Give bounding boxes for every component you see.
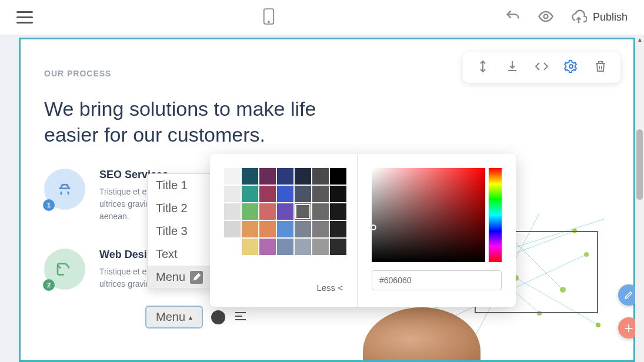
move-vertical-icon[interactable] bbox=[476, 59, 490, 76]
color-swatch[interactable] bbox=[330, 203, 346, 220]
color-swatch[interactable] bbox=[295, 168, 311, 185]
code-icon[interactable] bbox=[535, 59, 549, 76]
text-style-option[interactable]: Title 3 bbox=[148, 220, 211, 243]
color-swatch[interactable] bbox=[277, 239, 293, 255]
color-swatch[interactable] bbox=[242, 186, 258, 202]
scroll-thumb[interactable] bbox=[636, 129, 643, 200]
swatch-grid bbox=[224, 168, 343, 255]
hex-input[interactable] bbox=[372, 270, 502, 290]
color-swatch[interactable] bbox=[259, 203, 276, 220]
hue-slider[interactable] bbox=[489, 168, 502, 262]
format-menu-button[interactable]: Menu ▴ bbox=[145, 306, 203, 329]
color-swatch[interactable] bbox=[224, 168, 241, 185]
color-swatch[interactable] bbox=[242, 203, 258, 220]
text-style-option[interactable]: Text bbox=[148, 243, 211, 266]
color-swatch[interactable] bbox=[277, 203, 293, 220]
device-mobile-icon[interactable] bbox=[262, 8, 275, 28]
align-left-icon[interactable] bbox=[233, 309, 248, 326]
color-swatch[interactable] bbox=[242, 221, 258, 237]
publish-label: Publish bbox=[593, 11, 628, 24]
color-swatch[interactable] bbox=[224, 239, 241, 255]
color-swatch[interactable] bbox=[277, 168, 293, 185]
svg-point-18 bbox=[596, 323, 600, 327]
feature-badge: 2 bbox=[43, 279, 55, 291]
color-swatch[interactable] bbox=[224, 203, 241, 220]
color-swatch[interactable] bbox=[259, 168, 276, 185]
section-title: We bring solutions to make life easier f… bbox=[44, 96, 338, 148]
element-toolbar bbox=[463, 52, 620, 83]
publish-button[interactable]: Publish bbox=[570, 9, 628, 26]
color-swatch[interactable] bbox=[242, 168, 258, 185]
color-swatch-button[interactable] bbox=[211, 310, 225, 324]
saturation-box[interactable] bbox=[372, 168, 485, 262]
color-swatch[interactable] bbox=[259, 221, 276, 237]
color-swatch[interactable] bbox=[330, 239, 346, 255]
caret-up-icon: ▴ bbox=[189, 313, 192, 321]
color-picker: Less < bbox=[210, 154, 516, 307]
svg-point-1 bbox=[268, 21, 269, 22]
feature-icon-seo: 1 bbox=[44, 169, 85, 210]
color-swatch[interactable] bbox=[330, 221, 346, 237]
text-style-option[interactable]: Title 2 bbox=[148, 197, 211, 220]
color-swatch[interactable] bbox=[330, 186, 346, 202]
color-swatch[interactable] bbox=[295, 239, 311, 255]
text-style-menu-edit[interactable]: Menu bbox=[148, 266, 211, 289]
less-toggle[interactable]: Less < bbox=[224, 283, 343, 293]
format-bar: Menu ▴ bbox=[145, 306, 248, 329]
color-swatch[interactable] bbox=[312, 186, 329, 202]
color-swatch[interactable] bbox=[277, 221, 293, 237]
color-swatch[interactable] bbox=[312, 168, 329, 185]
text-style-option[interactable]: Title 1 bbox=[148, 174, 211, 197]
preview-eye-icon[interactable] bbox=[538, 8, 554, 27]
color-swatch[interactable] bbox=[259, 239, 276, 255]
delete-trash-icon[interactable] bbox=[593, 59, 608, 76]
text-style-menu: Title 1 Title 2 Title 3 Text Menu bbox=[147, 173, 212, 289]
scroll-up-arrow[interactable]: ▲ bbox=[637, 36, 643, 43]
color-swatch[interactable] bbox=[277, 186, 293, 202]
vertical-scrollbar[interactable]: ▲ bbox=[635, 35, 644, 362]
color-swatch[interactable] bbox=[224, 221, 241, 237]
feature-badge: 1 bbox=[43, 199, 55, 211]
download-icon[interactable] bbox=[505, 59, 519, 76]
svg-point-2 bbox=[543, 14, 548, 18]
color-swatch[interactable] bbox=[295, 186, 311, 202]
undo-icon[interactable] bbox=[505, 8, 521, 27]
svg-point-25 bbox=[569, 65, 573, 68]
color-swatch[interactable] bbox=[259, 186, 276, 202]
color-swatch[interactable] bbox=[242, 239, 258, 255]
color-swatch[interactable] bbox=[312, 239, 329, 255]
color-swatch[interactable] bbox=[295, 221, 311, 237]
color-swatch[interactable] bbox=[330, 168, 346, 185]
feature-icon-web: 2 bbox=[44, 249, 85, 290]
color-swatch[interactable] bbox=[295, 203, 311, 220]
color-swatch[interactable] bbox=[224, 186, 241, 202]
color-swatch[interactable] bbox=[312, 203, 329, 220]
topbar: Publish bbox=[0, 0, 644, 35]
saturation-cursor[interactable] bbox=[371, 224, 376, 230]
menu-hamburger[interactable] bbox=[16, 11, 33, 24]
pencil-icon bbox=[190, 271, 203, 284]
color-swatch[interactable] bbox=[312, 221, 329, 237]
settings-gear-icon[interactable] bbox=[564, 59, 578, 76]
